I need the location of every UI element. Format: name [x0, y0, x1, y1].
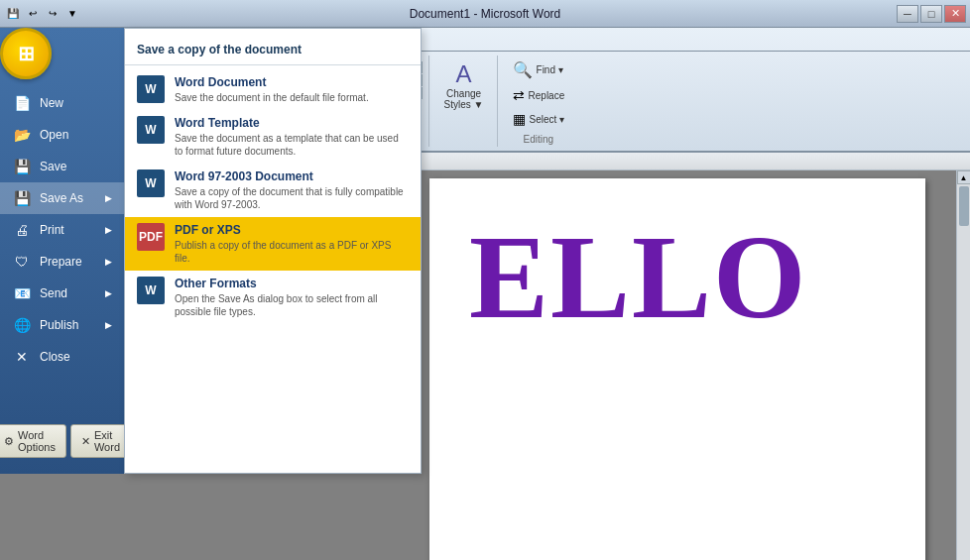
menu-item-open-label: Open — [40, 128, 68, 142]
word-options-label: Word Options — [18, 429, 56, 453]
saveas-other-content: Other Formats Open the Save As dialog bo… — [175, 277, 409, 318]
menu-item-save[interactable]: 💾 Save — [0, 151, 124, 182]
change-styles-label: ChangeStyles ▼ — [444, 88, 484, 110]
replace-label: Replace — [529, 90, 565, 101]
open-icon: 📂 — [12, 125, 32, 145]
find-btn[interactable]: 🔍 Find ▾ — [506, 57, 570, 82]
doc-container: ELLO — [422, 170, 956, 560]
menu-item-print-label: Print — [40, 223, 64, 237]
saveas-word-template[interactable]: W Word Template Save the document as a t… — [125, 110, 421, 164]
pdf-icon: PDF — [137, 223, 165, 251]
change-styles-group: A ChangeStyles ▼ — [431, 56, 498, 147]
send-icon: 📧 — [12, 283, 32, 303]
new-icon: 📄 — [12, 93, 32, 113]
doc-text: ELLO — [469, 218, 807, 337]
qa-save-btn[interactable]: 💾 — [4, 5, 22, 23]
send-arrow: ▶ — [105, 288, 112, 298]
quick-access-toolbar: 💾 ↩ ↪ ▼ — [4, 5, 81, 23]
print-icon: 🖨 — [12, 220, 32, 240]
office-icon: ⊞ — [18, 42, 35, 65]
other-title: Other Formats — [175, 277, 409, 290]
closedoc-icon: ✕ — [12, 347, 32, 367]
saveas-arrow: ▶ — [105, 193, 112, 203]
replace-btn[interactable]: ⇄ Replace — [506, 84, 572, 106]
saveas-word97-content: Word 97-2003 Document Save a copy of the… — [175, 169, 409, 211]
qa-redo-btn[interactable]: ↪ — [44, 5, 61, 23]
office-menu-left: 📄 New 📂 Open 💾 Save 💾 Save As ▶ 🖨 Print … — [0, 28, 124, 474]
scroll-up-btn[interactable]: ▲ — [957, 170, 971, 184]
office-menu-overlay: ⊞ 📄 New 📂 Open 💾 Save 💾 Save As ▶ 🖨 Prin… — [0, 28, 422, 474]
word-doc-title: Word Document — [175, 75, 369, 89]
other-icon: W — [137, 277, 165, 304]
editing-group: 🔍 Find ▾ ⇄ Replace ▦ Select ▾ Editing — [500, 56, 578, 147]
select-icon: ▦ — [513, 111, 526, 127]
menu-item-close-label: Close — [40, 350, 70, 364]
menu-item-publish-label: Publish — [40, 318, 78, 332]
saveas-word97[interactable]: W Word 97-2003 Document Save a copy of t… — [125, 164, 421, 217]
select-btn[interactable]: ▦ Select ▾ — [506, 108, 572, 130]
menu-bottom: ⚙ Word Options ✕ Exit Word — [0, 416, 124, 466]
office-orb-btn[interactable]: ⊞ — [0, 28, 52, 79]
word-options-btn[interactable]: ⚙ Word Options — [0, 424, 66, 458]
menu-item-close[interactable]: ✕ Close — [0, 341, 124, 373]
qa-undo-btn[interactable]: ↩ — [24, 5, 42, 23]
change-styles-icon: A — [456, 60, 472, 88]
title-bar: 💾 ↩ ↪ ▼ Document1 - Microsoft Word ─ □ ✕ — [0, 0, 970, 28]
word-template-title: Word Template — [175, 116, 409, 130]
menu-item-send-label: Send — [40, 286, 67, 300]
saveas-submenu: Save a copy of the document W Word Docum… — [124, 28, 422, 474]
publish-icon: 🌐 — [12, 315, 32, 335]
exit-icon: ✕ — [81, 435, 90, 448]
word-template-desc: Save the document as a template that can… — [175, 132, 409, 158]
menu-item-print[interactable]: 🖨 Print ▶ — [0, 214, 124, 246]
saveas-other[interactable]: W Other Formats Open the Save As dialog … — [125, 271, 421, 324]
menu-item-open[interactable]: 📂 Open — [0, 119, 124, 151]
title-bar-left: 💾 ↩ ↪ ▼ — [4, 5, 81, 23]
doc-page[interactable]: ELLO — [429, 178, 925, 560]
word-doc-desc: Save the document in the default file fo… — [175, 91, 369, 104]
saveas-icon: 💾 — [12, 188, 32, 208]
editing-label: Editing — [524, 132, 554, 145]
exit-label: Exit Word — [94, 429, 120, 453]
save-icon: 💾 — [12, 157, 32, 176]
saveas-pdf-content: PDF or XPS Publish a copy of the documen… — [175, 223, 409, 265]
window-controls: ─ □ ✕ — [897, 5, 966, 23]
window-title: Document1 - Microsoft Word — [410, 7, 561, 21]
select-label: Select ▾ — [530, 114, 565, 125]
menu-item-saveas-label: Save As — [40, 191, 83, 205]
menu-item-saveas[interactable]: 💾 Save As ▶ — [0, 182, 124, 214]
scroll-thumb — [959, 186, 969, 226]
change-styles-btn[interactable]: A ChangeStyles ▼ — [437, 57, 491, 113]
word-doc-icon: W — [137, 75, 165, 103]
maximize-btn[interactable]: □ — [920, 5, 942, 23]
menu-item-prepare[interactable]: 🛡 Prepare ▶ — [0, 246, 124, 278]
menu-item-publish[interactable]: 🌐 Publish ▶ — [0, 309, 124, 341]
saveas-pdf[interactable]: PDF PDF or XPS Publish a copy of the doc… — [125, 217, 421, 271]
word97-desc: Save a copy of the document that is full… — [175, 185, 409, 211]
replace-icon: ⇄ — [513, 87, 525, 103]
qa-more-btn[interactable]: ▼ — [63, 5, 81, 23]
minimize-btn[interactable]: ─ — [897, 5, 918, 23]
word-options-icon: ⚙ — [4, 435, 14, 448]
word-template-icon: W — [137, 116, 165, 144]
scroll-track[interactable] — [957, 184, 970, 560]
exit-word-btn[interactable]: ✕ Exit Word — [70, 424, 131, 458]
word97-title: Word 97-2003 Document — [175, 169, 409, 183]
print-arrow: ▶ — [105, 225, 112, 235]
menu-item-prepare-label: Prepare — [40, 255, 82, 269]
pdf-desc: Publish a copy of the document as a PDF … — [175, 239, 409, 265]
close-btn[interactable]: ✕ — [944, 5, 966, 23]
saveas-word-doc[interactable]: W Word Document Save the document in the… — [125, 69, 421, 110]
word97-icon: W — [137, 169, 165, 197]
menu-item-new[interactable]: 📄 New — [0, 87, 124, 119]
menu-item-send[interactable]: 📧 Send ▶ — [0, 278, 124, 309]
other-desc: Open the Save As dialog box to select fr… — [175, 292, 409, 318]
saveas-word-doc-content: Word Document Save the document in the d… — [175, 75, 369, 104]
prepare-icon: 🛡 — [12, 252, 32, 272]
saveas-word-template-content: Word Template Save the document as a tem… — [175, 116, 409, 158]
pdf-title: PDF or XPS — [175, 223, 409, 237]
prepare-arrow: ▶ — [105, 257, 112, 267]
menu-item-new-label: New — [40, 96, 63, 110]
find-icon: 🔍 — [513, 60, 533, 79]
menu-item-save-label: Save — [40, 160, 66, 173]
